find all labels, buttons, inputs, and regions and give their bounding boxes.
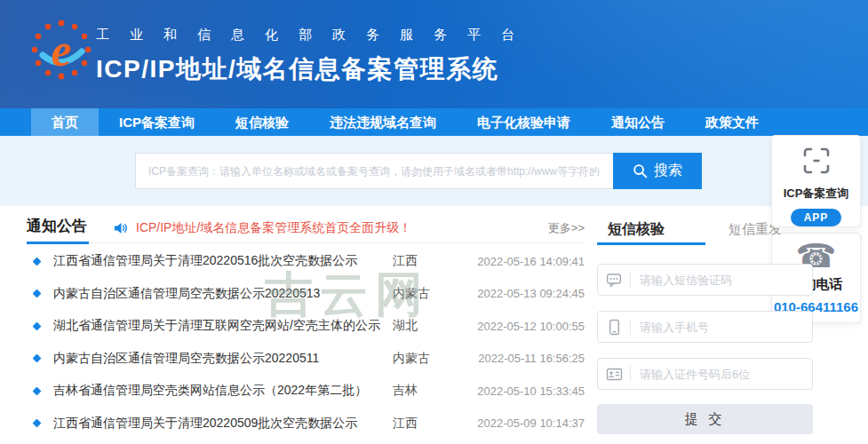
notice-section-title: 通知公告	[27, 213, 87, 243]
diamond-bullet-icon	[33, 419, 42, 428]
platform-title: 工业和信息化部政务服务平台	[96, 27, 535, 44]
notice-row[interactable]: 江西省通信管理局关于清理20220509批次空壳数据公示 江西 2022-05-…	[27, 408, 585, 440]
main-nav: 首页 ICP备案查询 短信核验 违法违规域名查询 电子化核验申请 通知公告 政策…	[0, 108, 868, 136]
notice-row[interactable]: 内蒙古自治区通信管理局空壳数据公示20220513 内蒙古 2022-05-13…	[27, 278, 585, 311]
search-band: 搜索	[0, 136, 868, 206]
id-card-icon	[598, 368, 630, 381]
nav-item-notices[interactable]: 通知公告	[591, 108, 685, 136]
notice-item-region: 吉林	[393, 383, 474, 399]
notice-item-title: 内蒙古自治区通信管理局空壳数据公示20220511	[53, 351, 393, 367]
notice-item-date: 2022-05-16 14:09:41	[474, 255, 585, 268]
notice-item-title: 内蒙古自治区通信管理局空壳数据公示20220513	[53, 286, 393, 302]
mobile-phone-icon	[598, 319, 630, 336]
notice-item-date: 2022-05-11 16:56:25	[474, 352, 585, 365]
search-icon	[633, 163, 648, 178]
diamond-bullet-icon	[33, 321, 42, 330]
nav-item-illegal-domain-query[interactable]: 违法违规域名查询	[309, 108, 457, 136]
nav-item-home[interactable]: 首页	[31, 108, 99, 136]
speaker-icon	[114, 222, 128, 234]
nav-item-sms-verify[interactable]: 短信核验	[215, 108, 309, 136]
scan-qr-icon	[803, 147, 830, 174]
notice-row[interactable]: 内蒙古自治区通信管理局空壳数据公示20220511 内蒙古 2022-05-11…	[27, 343, 585, 376]
app-badge: APP	[791, 209, 842, 226]
notice-row[interactable]: 湖北省通信管理局关于清理互联网空壳网站/空壳主体的公示 湖北 2022-05-1…	[27, 310, 585, 343]
notice-item-date: 2022-05-13 09:24:45	[474, 287, 585, 300]
search-button-label: 搜索	[654, 162, 682, 180]
sms-code-input[interactable]	[631, 274, 812, 287]
notice-item-region: 湖北	[393, 318, 474, 334]
system-title: ICP/IP地址/域名信息备案管理系统	[96, 52, 535, 86]
notice-item-title: 江西省通信管理局关于清理20220516批次空壳数据公示	[53, 253, 393, 269]
notice-row[interactable]: 江西省通信管理局关于清理20220516批次空壳数据公示 江西 2022-05-…	[27, 245, 585, 278]
search-button[interactable]: 搜索	[613, 153, 702, 189]
active-tab-underline	[597, 242, 705, 245]
diamond-bullet-icon	[33, 386, 42, 395]
notice-item-region: 内蒙古	[393, 351, 474, 367]
notice-item-title: 湖北省通信管理局关于清理互联网空壳网站/空壳主体的公示	[53, 318, 393, 334]
page: e 工业和信息化部政务服务平台 ICP/IP地址/域名信息备案管理系统 首页 I…	[0, 0, 868, 444]
icp-query-app-card[interactable]: ICP备案查询 APP	[771, 135, 861, 227]
app-card-title: ICP备案查询	[772, 186, 860, 202]
sms-message-icon	[598, 273, 630, 288]
id-number-field	[597, 358, 813, 390]
notice-list: 江西省通信管理局关于清理20220516批次空壳数据公示 江西 2022-05-…	[27, 245, 585, 440]
notice-section: 通知公告 ICP/IP地址/域名信息备案管理系统首页全面升级！ 更多>> 江西省…	[27, 213, 585, 440]
more-link[interactable]: 更多>>	[548, 220, 585, 236]
notice-item-region: 江西	[393, 416, 474, 432]
id-last6-input[interactable]	[631, 368, 812, 381]
sms-code-field	[597, 264, 813, 296]
tab-sms-verify[interactable]: 短信核验	[608, 218, 665, 241]
diamond-bullet-icon	[33, 289, 42, 298]
notice-row[interactable]: 吉林省通信管理局空壳类网站信息公示（2022年第二批） 吉林 2022-05-1…	[27, 375, 585, 408]
miit-logo-icon: e	[30, 20, 92, 87]
mobile-input[interactable]	[631, 321, 812, 334]
notice-item-date: 2022-05-12 10:00:55	[474, 320, 585, 333]
header-banner: e 工业和信息化部政务服务平台 ICP/IP地址/域名信息备案管理系统	[0, 0, 868, 108]
nav-item-icp-query[interactable]: ICP备案查询	[99, 108, 215, 136]
notice-item-title: 江西省通信管理局关于清理20220509批次空壳数据公示	[53, 416, 393, 432]
notice-item-title: 吉林省通信管理局空壳类网站信息公示（2022年第二批）	[53, 383, 393, 399]
notice-item-region: 江西	[393, 253, 474, 269]
notice-item-region: 内蒙古	[393, 286, 474, 302]
nav-item-e-verification-apply[interactable]: 电子化核验申请	[457, 108, 591, 136]
notice-item-date: 2022-05-09 10:14:37	[474, 416, 585, 430]
nav-item-policy-files[interactable]: 政策文件	[685, 108, 779, 136]
diamond-bullet-icon	[33, 257, 42, 266]
notice-headline: ICP/IP地址/域名信息备案管理系统首页全面升级！	[136, 220, 411, 236]
notice-headline-link[interactable]: ICP/IP地址/域名信息备案管理系统首页全面升级！	[114, 220, 411, 236]
icp-search-input[interactable]	[135, 153, 613, 189]
mobile-field	[597, 311, 813, 343]
notice-item-date: 2022-05-10 15:33:45	[474, 385, 585, 398]
diamond-bullet-icon	[33, 354, 42, 363]
svg-text:e: e	[51, 25, 71, 75]
submit-button[interactable]: 提 交	[597, 404, 813, 434]
